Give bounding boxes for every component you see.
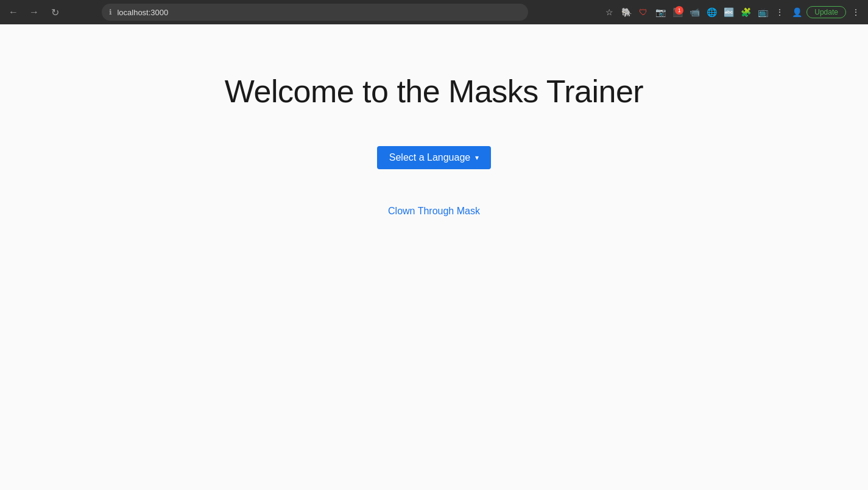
reload-button[interactable]: ↻ xyxy=(46,4,63,21)
page-content: Welcome to the Masks Trainer Select a La… xyxy=(0,24,868,490)
translate-icon[interactable]: 🔤 xyxy=(721,5,736,19)
profile-avatar[interactable]: 👤 xyxy=(789,5,804,19)
url-text: localhost:3000 xyxy=(117,8,168,17)
evernote-icon[interactable]: 🐘 xyxy=(619,5,633,19)
privacy-icon: 🛡 xyxy=(636,5,651,19)
browser-chrome: ← → ↻ ℹ localhost:3000 ☆ 🐘 🛡 📷 ⬛ 1 📹 🌐 🔤… xyxy=(0,0,868,24)
puzzle-icon[interactable]: 🧩 xyxy=(738,5,753,19)
extension-icon-wrap[interactable]: ⬛ 1 xyxy=(670,5,685,19)
select-language-button[interactable]: Select a Language ▾ xyxy=(377,146,491,169)
camera-icon[interactable]: 📷 xyxy=(653,5,668,19)
address-bar[interactable]: ℹ localhost:3000 xyxy=(102,4,528,21)
menu-icon[interactable]: ⋮ xyxy=(849,5,863,19)
forward-button[interactable]: → xyxy=(26,4,43,21)
meet-icon[interactable]: 📹 xyxy=(687,5,702,19)
clown-through-mask-link[interactable]: Clown Through Mask xyxy=(388,206,480,217)
cast-icon[interactable]: 📺 xyxy=(755,5,770,19)
toolbar-right: ☆ 🐘 🛡 📷 ⬛ 1 📹 🌐 🔤 🧩 📺 ⋮ 👤 Update ⋮ xyxy=(602,5,863,19)
info-icon: ℹ xyxy=(109,8,112,16)
page-title: Welcome to the Masks Trainer xyxy=(225,73,643,110)
select-language-label: Select a Language xyxy=(389,152,470,163)
settings-icon[interactable]: ⋮ xyxy=(772,5,787,19)
dropdown-caret-icon: ▾ xyxy=(475,153,479,162)
privacy-icon-wrap[interactable]: 🛡 xyxy=(636,5,651,19)
back-button[interactable]: ← xyxy=(5,4,22,21)
update-button[interactable]: Update xyxy=(806,6,846,18)
edge-icon[interactable]: 🌐 xyxy=(704,5,719,19)
bookmark-icon[interactable]: ☆ xyxy=(602,5,616,19)
